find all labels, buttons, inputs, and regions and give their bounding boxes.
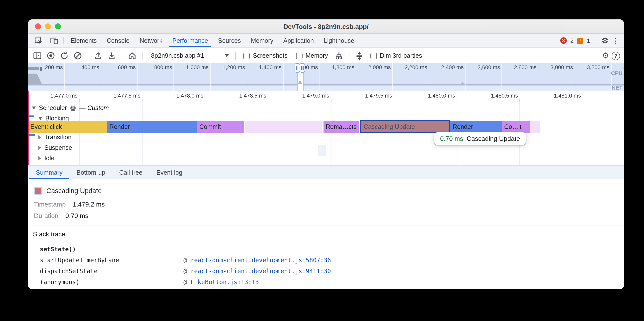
ruler-tick-mark [520, 99, 520, 102]
stack-frame: dispatchSetState@react-dom-client.develo… [40, 266, 619, 277]
overview-tick-label: 2,600 ms [463, 64, 502, 70]
cpu-activity-blob [28, 72, 43, 84]
ruler-tick-label: 1,480.5 ms [468, 93, 520, 99]
ruler-tick-label: 1,477.0 ms [28, 93, 79, 99]
flame-gridline [205, 102, 205, 165]
stack-frame: (anonymous)@LikeButton.js:13:13 [40, 277, 619, 288]
settings-gear-icon[interactable]: ⚙ [602, 37, 608, 44]
ruler-tick-label: 1,479.5 ms [342, 93, 394, 99]
track-scheduler[interactable]: Scheduler — Custom [28, 104, 109, 113]
issues-badge-icon[interactable]: ! [577, 38, 583, 43]
overview-tick-label: 800 ms [135, 64, 174, 70]
stack-frame-source-link[interactable]: react-dom-client.development.js:9411:30 [190, 268, 331, 275]
issues-count[interactable]: 1 [587, 37, 590, 44]
details-tab-summary[interactable]: Summary [29, 166, 70, 179]
panel-tabs: ElementsConsoleNetworkPerformanceSources… [66, 34, 359, 47]
selection-left-handle[interactable] [294, 63, 300, 73]
screenshots-checkbox[interactable]: Screenshots [244, 52, 288, 59]
help-icon[interactable]: ? [612, 51, 620, 60]
close-window-button[interactable] [35, 23, 41, 29]
flame-bar-render[interactable]: Render [450, 121, 502, 133]
tabbar-right: ✕ 2 ! 1 ⚙ ⋮ [560, 34, 624, 47]
profile-select[interactable]: 8p2n9n.csb.app #1 [147, 52, 231, 59]
track-transition[interactable]: Transition [28, 133, 72, 142]
chevron-expanded-icon[interactable] [38, 117, 42, 120]
collect-garbage-icon[interactable] [334, 50, 344, 61]
tab-application[interactable]: Application [278, 34, 319, 47]
track-idle[interactable]: Idle [28, 154, 54, 163]
flame-bar-render[interactable]: Render [107, 121, 197, 133]
stack-frame-source-link[interactable]: react-dom-client.development.js:5807:36 [190, 257, 331, 264]
flame-bar-cascading-update[interactable]: Cascading Update [360, 120, 450, 133]
details-tab-bottom-up[interactable]: Bottom-up [70, 166, 112, 179]
details-tab-event-log[interactable]: Event log [149, 166, 189, 179]
stack-frame-source-link[interactable]: LikeButton.js:13:13 [190, 279, 259, 286]
flame-bar-co-it[interactable]: Co…it [502, 121, 530, 133]
overview-tick-label: 1,000 ms [171, 64, 210, 70]
flame-tooltip: 0.70 ms Cascading Update [434, 132, 526, 145]
flame-chart[interactable]: Scheduler — Custom Blocking Event: click… [28, 102, 624, 165]
tab-console[interactable]: Console [102, 34, 134, 47]
tab-elements[interactable]: Elements [66, 34, 102, 47]
capture-settings-gear-icon[interactable]: ⚙ [602, 52, 609, 60]
flame-bar-commit[interactable]: Commit [197, 121, 244, 133]
stack-frame-at: @ [184, 257, 187, 264]
flame-bar[interactable] [245, 121, 322, 133]
toggle-sidebar-icon[interactable] [32, 50, 43, 61]
chevron-collapsed-icon[interactable] [38, 156, 41, 160]
inspect-element-icon[interactable] [33, 35, 44, 46]
memory-checkbox[interactable]: Memory [296, 52, 328, 59]
overview-tick-label: 2,800 ms [499, 64, 538, 70]
tab-network[interactable]: Network [134, 34, 168, 47]
window-title: DevTools - 8p2n9n.csb.app/ [283, 23, 368, 30]
network-overview-strip [28, 85, 624, 91]
chevron-expanded-icon[interactable] [32, 107, 36, 110]
ruler-tick-mark [268, 99, 268, 102]
titlebar[interactable]: DevTools - 8p2n9n.csb.app/ [28, 19, 624, 34]
screen: DevTools - 8p2n9n.csb.app/ ElementsConso… [0, 0, 644, 321]
home-icon[interactable] [126, 50, 138, 61]
flame-bar-label: Render [107, 123, 130, 130]
save-profile-icon[interactable] [106, 50, 117, 61]
collapse-tracks-icon[interactable] [354, 50, 365, 61]
timeline-overview[interactable]: 200 ms400 ms600 ms800 ms1,000 ms1,200 ms… [28, 63, 624, 91]
flame-bar-label: Rema…cts [323, 123, 357, 130]
details-tab-call-tree[interactable]: Call tree [112, 166, 149, 179]
error-badge-icon[interactable]: ✕ [560, 37, 567, 44]
separator [122, 52, 122, 59]
duration-value: 0.70 ms [65, 212, 88, 219]
more-options-kebab-icon[interactable]: ⋮ [612, 37, 619, 44]
tab-lighthouse[interactable]: Lighthouse [319, 34, 359, 47]
chevron-collapsed-icon[interactable] [38, 146, 41, 150]
flame-gridline [394, 102, 394, 165]
separator [349, 52, 350, 59]
tab-sources[interactable]: Sources [213, 34, 246, 47]
selection-right-handle[interactable] [300, 63, 305, 73]
ruler-tick-label: 1,478.5 ms [216, 93, 268, 99]
ruler-tick-mark [142, 99, 142, 102]
flame-bars-row: Event: clickRenderCommitRema…ctsCascadin… [28, 121, 624, 133]
separator [236, 52, 236, 59]
flame-bar-rema-cts[interactable]: Rema…cts [323, 121, 359, 133]
track-transition-label: Transition [44, 134, 72, 141]
overview-tick-label: 1,400 ms [244, 64, 283, 70]
flame-bar-event-click[interactable]: Event: click [28, 121, 107, 133]
tab-performance[interactable]: Performance [168, 34, 213, 47]
error-count[interactable]: 2 [570, 37, 574, 44]
clear-button[interactable] [72, 50, 83, 61]
overview-tick-label: 3,200 ms [572, 64, 611, 70]
zoom-window-button[interactable] [55, 23, 61, 29]
device-toolbar-icon[interactable] [48, 35, 59, 46]
minimize-window-button[interactable] [45, 23, 51, 29]
record-and-reload-button[interactable] [59, 50, 70, 61]
record-button[interactable] [45, 50, 56, 61]
dim-3rd-parties-checkbox[interactable]: Dim 3rd parties [370, 52, 422, 59]
flame-bar-label: Cascading Update [361, 123, 415, 130]
track-suspense[interactable]: Suspense [28, 143, 72, 152]
stack-trace-list: setState()startUpdateTimerByLane@react-d… [40, 244, 619, 288]
load-profile-icon[interactable] [93, 50, 104, 61]
tab-memory[interactable]: Memory [246, 34, 278, 47]
flame-bar[interactable] [530, 121, 540, 133]
summary-title: Cascading Update [46, 187, 102, 195]
chevron-collapsed-icon[interactable] [38, 135, 41, 139]
